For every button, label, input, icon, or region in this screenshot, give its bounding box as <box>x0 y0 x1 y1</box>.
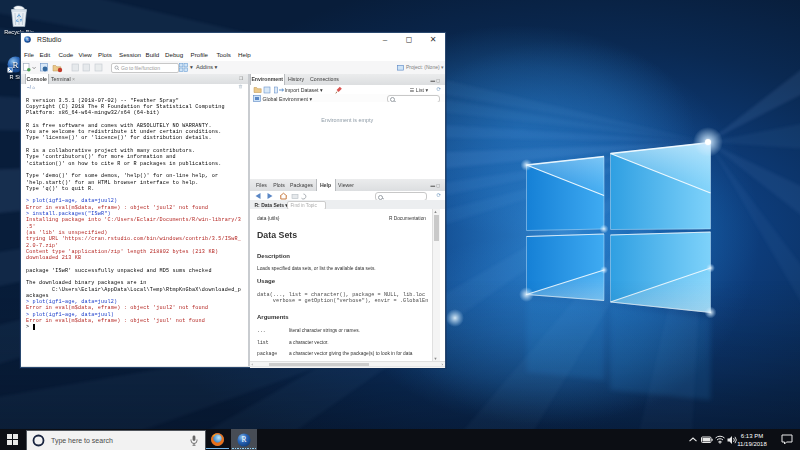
svg-text:R: R <box>12 60 18 70</box>
svg-text:R: R <box>242 435 247 444</box>
